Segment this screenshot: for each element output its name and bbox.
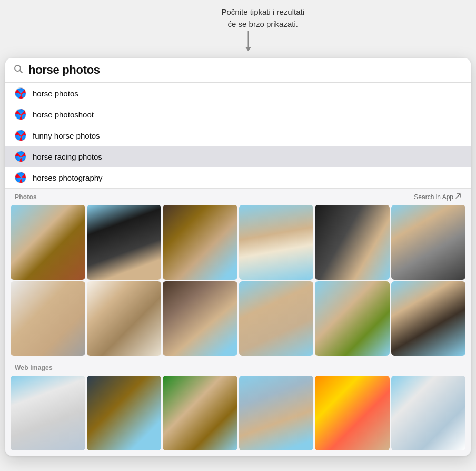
suggestion-item-2[interactable]: horse photoshoot [5,104,471,125]
search-in-app-link[interactable]: Search in App [414,193,461,201]
suggestion-label-4: horse racing photos [33,152,102,161]
suggestions-list: horse photos horse photoshoot funny hors… [5,83,471,189]
photos-section-title: Photos [15,193,37,201]
web-image-cell-3[interactable] [163,376,237,450]
suggestion-label-5: horses photography [33,173,103,182]
tooltip: Počnite tipkati i rezultati će se brzo p… [221,6,304,30]
web-images-section-title: Web Images [15,364,53,371]
svg-line-1 [20,70,23,73]
suggestion-item-1[interactable]: horse photos [5,83,471,104]
photo-cell-1[interactable] [11,205,85,280]
photo-cell-3[interactable] [163,205,237,280]
photos-grid [5,203,471,360]
tooltip-arrow [247,31,249,51]
search-query-display[interactable]: horse photos [28,63,462,77]
suggestion-item-5[interactable]: horses photography [5,167,471,188]
search-panel: horse photos horse photos horse photosho… [5,58,471,456]
tooltip-line1: Počnite tipkati i rezultati [221,6,304,18]
photo-cell-7[interactable] [11,281,85,356]
web-image-cell-5[interactable] [315,376,390,450]
suggestion-label-3: funny horse photos [33,131,100,140]
safari-icon-3 [15,130,26,141]
tooltip-line2: će se brzo prikazati. [221,18,304,31]
photo-cell-6[interactable] [391,205,466,280]
web-image-cell-4[interactable] [239,376,314,450]
suggestion-item-4[interactable]: horse racing photos [5,146,471,167]
search-icon [14,64,23,76]
photo-cell-8[interactable] [87,281,162,356]
photo-cell-2[interactable] [87,205,162,280]
web-image-cell-1[interactable] [11,376,85,450]
safari-icon-4 [15,151,26,162]
search-in-app-icon [455,193,461,201]
safari-icon-5 [15,172,26,183]
safari-icon-2 [15,109,26,120]
web-images-section-header: Web Images [5,360,471,374]
web-images-grid [5,374,471,456]
photo-cell-12[interactable] [391,281,466,356]
photo-cell-9[interactable] [163,281,237,356]
photo-cell-11[interactable] [315,281,390,356]
safari-icon-1 [15,87,26,99]
photo-cell-5[interactable] [315,205,390,280]
suggestion-label-2: horse photoshoot [33,110,94,119]
search-bar: horse photos [5,58,471,83]
photo-cell-4[interactable] [239,205,314,280]
suggestion-item-3[interactable]: funny horse photos [5,125,471,146]
web-image-cell-2[interactable] [87,376,162,450]
web-image-cell-6[interactable] [391,376,466,450]
photos-section-header: Photos Search in App [5,189,471,203]
photo-cell-10[interactable] [239,281,314,356]
suggestion-label-1: horse photos [33,89,78,98]
